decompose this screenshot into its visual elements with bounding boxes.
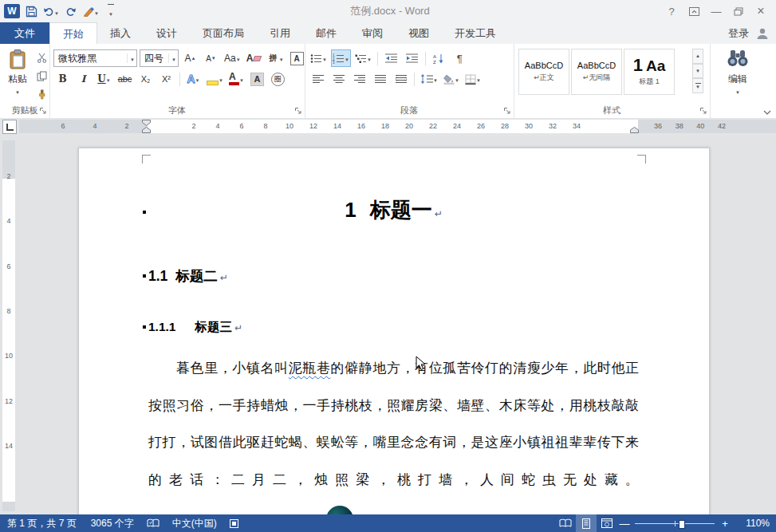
styles-scroll-up-button[interactable]: ▲ [692,49,703,64]
underline-button[interactable]: U [95,70,113,88]
editing-menu-button[interactable]: 编辑 [715,49,761,112]
web-layout-button[interactable] [597,514,617,532]
paste-button[interactable]: 粘贴 [2,49,33,111]
decrease-indent-button[interactable] [382,49,400,67]
customize-qat-button[interactable] [103,3,119,19]
document-page[interactable]: 1 标题一↵ 1.1 标题二↵ 1.1.1标题三↵ 暮色里，小镇名叫泥瓶巷的僻静… [78,148,710,514]
tab-review[interactable]: 审阅 [349,22,396,44]
shading-button[interactable] [442,70,461,88]
borders-button[interactable] [463,70,483,88]
font-dialog-launcher[interactable] [294,107,303,116]
copy-button[interactable] [33,68,51,84]
word-logo-icon[interactable]: W [4,4,20,18]
zoom-percentage[interactable]: 110% [732,518,776,529]
clipboard-dialog-launcher[interactable] [39,107,48,116]
custom-command-dropdown-arrow[interactable] [94,5,99,18]
tab-mailings[interactable]: 邮件 [303,22,349,44]
undo-dropdown-arrow[interactable] [54,5,59,18]
minimize-button[interactable]: — [706,2,727,20]
align-right-button[interactable] [350,70,368,88]
bullets-button[interactable] [309,49,329,67]
font-color-dropdown-arrow[interactable] [239,74,244,84]
sort-button[interactable]: AZ [430,49,448,67]
shrink-font-button[interactable]: A▼ [202,49,220,67]
font-size-combo[interactable]: 四号 [140,49,179,67]
custom-command-button[interactable] [82,3,100,19]
italic-button[interactable]: I [74,70,93,88]
zoom-slider-thumb[interactable] [679,520,685,529]
phonetic-guide-button[interactable]: 拼 [266,49,286,67]
strikethrough-button[interactable]: abc [116,70,134,88]
macro-record-button[interactable] [224,519,244,528]
tab-references[interactable]: 引用 [257,22,303,44]
enclose-characters-button[interactable]: 圈 [269,70,287,88]
change-case-button[interactable]: Aa [223,49,242,67]
styles-scroll-down-button[interactable]: ▼ [692,64,703,79]
text-highlight-button[interactable] [205,70,225,88]
word-count-indicator[interactable]: 3065 个字 [84,517,141,530]
page-number-indicator[interactable]: 第 1 页，共 7 页 [0,517,84,530]
first-line-indent-marker[interactable] [142,120,151,126]
align-left-button[interactable] [309,70,327,88]
embedded-image-partial[interactable] [326,506,353,514]
style-card-no-spacing[interactable]: AaBbCcD ↵无间隔 [571,49,622,95]
zoom-in-button[interactable]: + [718,518,732,530]
highlight-dropdown-arrow[interactable] [219,74,223,84]
zoom-slider[interactable] [635,523,715,524]
redo-button[interactable] [63,3,79,19]
multilevel-list-button[interactable] [353,49,373,67]
close-button[interactable]: × [750,2,771,20]
tab-view[interactable]: 视图 [396,22,442,44]
underline-dropdown-arrow[interactable] [106,74,111,84]
font-name-combo[interactable]: 微软雅黑 [53,49,137,67]
format-painter-button[interactable] [33,86,51,102]
character-shading-button[interactable]: A [248,70,266,88]
superscript-button[interactable]: X² [157,70,175,88]
align-center-button[interactable] [329,70,348,88]
font-color-button[interactable]: A [227,70,246,88]
tab-page-layout[interactable]: 页面布局 [190,22,257,44]
style-card-normal[interactable]: AaBbCcD ↵正文 [518,49,569,95]
ribbon-display-options-button[interactable] [683,2,704,20]
read-mode-button[interactable] [555,514,576,532]
borders-dropdown-arrow[interactable] [476,74,481,84]
font-size-dropdown-arrow[interactable] [168,53,176,63]
hanging-indent-marker[interactable] [142,127,151,133]
numbering-dropdown-arrow[interactable] [345,53,349,63]
numbering-button[interactable]: 123 [331,49,351,67]
cut-button[interactable] [33,49,51,65]
styles-more-button[interactable]: ▼ [692,78,703,93]
help-button[interactable]: ? [661,2,682,20]
horizontal-ruler[interactable]: 642 246810121416182022242628303234 36384… [19,120,776,133]
style-card-heading1[interactable]: 1Aa 标题 1 [624,49,675,95]
save-button[interactable] [23,3,39,19]
show-formatting-marks-button[interactable]: ¶ [451,49,469,67]
styles-dialog-launcher[interactable] [699,107,708,116]
sign-in-link[interactable]: 登录 [728,26,749,41]
clear-formatting-button[interactable]: A [245,49,263,67]
tab-insert[interactable]: 插入 [97,22,144,44]
print-layout-button[interactable] [576,514,597,532]
account-icon[interactable] [755,26,770,41]
collapse-ribbon-button[interactable] [763,110,771,115]
right-indent-marker[interactable] [630,127,639,133]
font-name-dropdown-arrow[interactable] [127,53,135,63]
line-spacing-button[interactable] [419,70,439,88]
editing-dropdown-arrow[interactable] [735,86,740,96]
paragraph-dialog-launcher[interactable] [503,107,512,116]
undo-button[interactable] [42,3,60,19]
tab-design[interactable]: 设计 [144,22,190,44]
tab-home[interactable]: 开始 [49,22,97,45]
distribute-button[interactable] [392,70,410,88]
tab-file[interactable]: 文件 [0,22,49,44]
tab-developer[interactable]: 开发工具 [442,22,509,44]
tab-stop-selector[interactable] [2,120,17,134]
text-effects-button[interactable]: A [184,70,203,88]
zoom-out-button[interactable]: — [617,518,632,530]
language-indicator[interactable]: 中文(中国) [165,517,224,530]
justify-button[interactable] [371,70,389,88]
character-border-button[interactable]: A [288,49,306,67]
bold-button[interactable]: B [53,70,72,88]
paste-dropdown-arrow[interactable] [15,86,20,96]
restore-button[interactable] [728,2,749,20]
